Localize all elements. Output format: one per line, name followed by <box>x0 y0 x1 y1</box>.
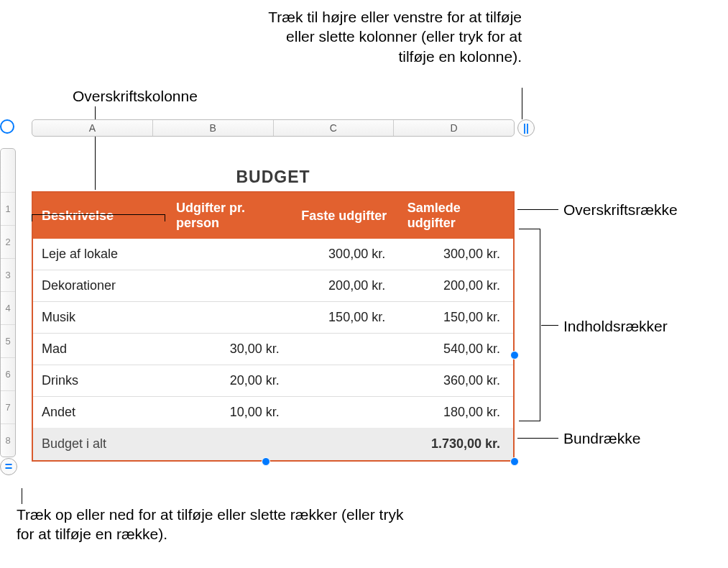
cell-description[interactable]: Mad <box>32 334 167 365</box>
callout-add-row: Træk op eller ned for at tilføje eller s… <box>17 505 419 544</box>
cell-fixed[interactable] <box>292 397 398 429</box>
callout-footer-row: Bundrække <box>563 429 640 448</box>
row-number-bar[interactable]: 1 2 3 4 5 6 7 8 = <box>0 148 16 457</box>
table-row[interactable]: Drinks 20,00 kr. 360,00 kr. <box>32 365 514 397</box>
column-letter[interactable]: B <box>153 120 274 136</box>
cell-per-person[interactable] <box>167 239 292 270</box>
row-number[interactable]: 4 <box>1 291 15 324</box>
row-number[interactable]: 3 <box>1 258 15 291</box>
cell-description[interactable]: Leje af lokale <box>32 239 167 270</box>
row-number[interactable]: 7 <box>1 390 15 423</box>
callout-line <box>541 325 558 326</box>
callout-line <box>517 209 558 210</box>
cell-total[interactable]: 540,00 kr. <box>398 334 514 365</box>
cell-per-person[interactable] <box>167 270 292 302</box>
add-row-handle[interactable]: = <box>0 458 17 475</box>
cell-per-person[interactable] <box>167 302 292 334</box>
row-number[interactable]: 8 <box>1 423 15 457</box>
column-letter-bar[interactable]: A B C D <box>32 119 515 137</box>
cell-total[interactable]: 300,00 kr. <box>398 239 514 270</box>
cell-description[interactable]: Dekorationer <box>32 270 167 302</box>
cell-fixed[interactable]: 200,00 kr. <box>292 270 398 302</box>
cell-per-person[interactable]: 20,00 kr. <box>167 365 292 397</box>
callout-line <box>517 438 558 439</box>
column-letter[interactable]: D <box>394 120 514 136</box>
row-number[interactable]: 1 <box>1 192 15 225</box>
footer-cell-total[interactable]: 1.730,00 kr. <box>398 428 514 461</box>
cell-total[interactable]: 150,00 kr. <box>398 302 514 334</box>
body-rows: Leje af lokale 300,00 kr. 300,00 kr. Dek… <box>32 239 514 429</box>
footer-cell-per-person[interactable] <box>167 428 292 461</box>
cell-fixed[interactable] <box>292 334 398 365</box>
header-cell-fixed[interactable]: Faste udgifter <box>292 192 398 239</box>
cell-fixed[interactable]: 300,00 kr. <box>292 239 398 270</box>
table-row[interactable]: Mad 30,00 kr. 540,00 kr. <box>32 334 514 365</box>
table-row[interactable]: Leje af lokale 300,00 kr. 300,00 kr. <box>32 239 514 270</box>
budget-table[interactable]: Beskrivelse Udgifter pr. person Faste ud… <box>32 191 515 462</box>
cell-description[interactable]: Musik <box>32 302 167 334</box>
cell-total[interactable]: 360,00 kr. <box>398 365 514 397</box>
table-title[interactable]: BUDGET <box>32 148 515 191</box>
callout-line <box>22 488 22 504</box>
cell-fixed[interactable]: 150,00 kr. <box>292 302 398 334</box>
footer-cell-description[interactable]: Budget i alt <box>32 428 167 461</box>
callout-body-rows: Indholdsrækker <box>563 316 668 336</box>
footer-cell-fixed[interactable] <box>292 428 398 461</box>
header-cell-total[interactable]: Samlede udgifter <box>398 192 514 239</box>
callout-add-column: Træk til højre eller venstre for at tilf… <box>264 7 522 66</box>
add-column-handle[interactable]: || <box>517 119 535 137</box>
callout-header-column: Overskriftskolonne <box>73 86 198 106</box>
cell-description[interactable]: Andet <box>32 397 167 429</box>
footer-row[interactable]: Budget i alt 1.730,00 kr. <box>32 428 514 461</box>
table-row[interactable]: Musik 150,00 kr. 150,00 kr. <box>32 302 514 334</box>
table-row[interactable]: Andet 10,00 kr. 180,00 kr. <box>32 397 514 429</box>
row-number[interactable]: 6 <box>1 357 15 390</box>
cell-fixed[interactable] <box>292 365 398 397</box>
cell-description[interactable]: Drinks <box>32 365 167 397</box>
table-container: BUDGET Beskrivelse Udgifter pr. person F… <box>32 148 515 462</box>
cell-per-person[interactable]: 30,00 kr. <box>167 334 292 365</box>
cell-total[interactable]: 180,00 kr. <box>398 397 514 429</box>
cell-per-person[interactable]: 10,00 kr. <box>167 397 292 429</box>
selection-handle[interactable] <box>510 351 519 359</box>
header-cell-per-person[interactable]: Udgifter pr. person <box>167 192 292 239</box>
row-number[interactable]: 2 <box>1 225 15 258</box>
callout-line <box>522 88 522 119</box>
row-number[interactable]: 5 <box>1 324 15 357</box>
column-letter[interactable]: C <box>274 120 395 136</box>
selection-handle[interactable] <box>262 457 270 466</box>
table-select-handle[interactable] <box>0 119 14 134</box>
bracket-header-column <box>32 214 165 221</box>
callout-header-row: Overskriftsrække <box>563 200 678 219</box>
column-letter[interactable]: A <box>32 120 153 136</box>
table-row[interactable]: Dekorationer 200,00 kr. 200,00 kr. <box>32 270 514 302</box>
cell-total[interactable]: 200,00 kr. <box>398 270 514 302</box>
selection-handle[interactable] <box>510 457 519 466</box>
bracket-body-rows <box>519 229 540 421</box>
